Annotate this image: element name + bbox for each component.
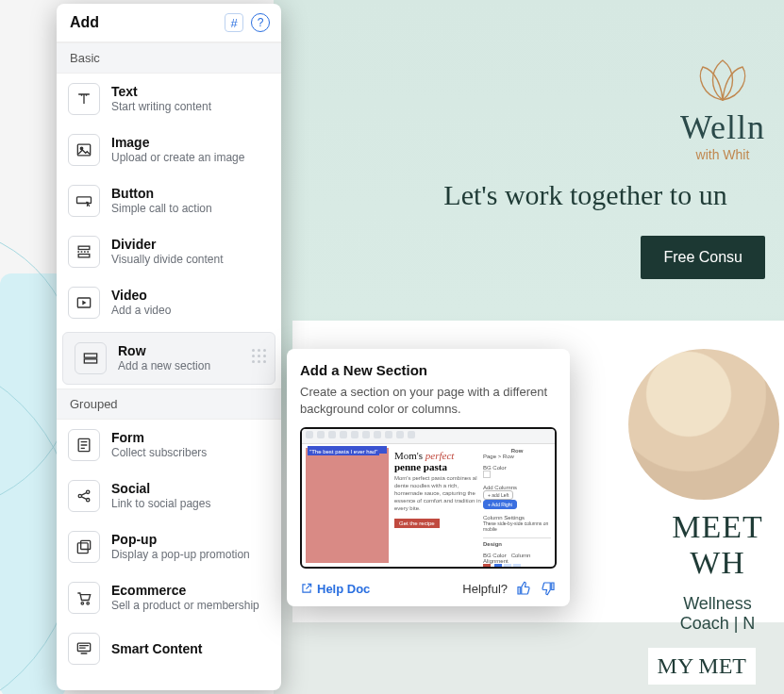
popover-body: Create a section on your page with a dif… bbox=[300, 384, 557, 418]
block-social[interactable]: SocialLink to social pages bbox=[57, 471, 281, 521]
svg-rect-6 bbox=[84, 354, 96, 357]
svg-point-11 bbox=[87, 499, 90, 502]
preview-right-panel: Row Page > Row BG Color Add Columns + ad… bbox=[483, 448, 551, 569]
external-link-icon bbox=[300, 582, 313, 595]
preview-middle-col: Mom's perfect penne pasta Mom's perfect … bbox=[394, 450, 483, 529]
preview-add-right-pill: + Add Right bbox=[483, 500, 517, 509]
drag-handle-icon[interactable] bbox=[252, 349, 265, 368]
help-doc-link[interactable]: Help Doc bbox=[300, 582, 370, 596]
thumbs-down-icon[interactable] bbox=[540, 580, 557, 597]
block-title: Text bbox=[111, 84, 211, 100]
popup-icon bbox=[68, 531, 100, 563]
meet-heading: MEET WH bbox=[670, 509, 765, 581]
preview-mid-btn: Get the recipe bbox=[394, 519, 440, 528]
block-divider[interactable]: DividerVisually divide content bbox=[57, 226, 281, 277]
row-icon bbox=[75, 342, 107, 374]
helpful-label: Helpful? bbox=[462, 582, 508, 596]
preview-toolbar bbox=[302, 429, 555, 444]
block-popup[interactable]: Pop-upDisplay a pop-up promotion bbox=[57, 521, 281, 572]
block-row[interactable]: RowAdd a new section bbox=[62, 332, 275, 385]
preview-left-col bbox=[306, 448, 389, 563]
svg-rect-12 bbox=[77, 543, 88, 554]
block-title: Ecommerce bbox=[111, 583, 259, 599]
block-desc: Upload or create an image bbox=[111, 151, 244, 166]
block-desc: Simple call to action bbox=[111, 202, 212, 217]
svg-rect-3 bbox=[78, 246, 90, 249]
help-doc-label: Help Doc bbox=[317, 582, 370, 596]
panel-scroll[interactable]: Basic TextStart writing content ImageUpl… bbox=[57, 42, 281, 690]
panel-header: Add # ? bbox=[57, 4, 281, 42]
svg-rect-4 bbox=[78, 255, 90, 257]
block-title: Row bbox=[118, 343, 210, 359]
svg-rect-16 bbox=[77, 643, 90, 651]
role-subtitle: Wellness Coach | N bbox=[670, 594, 765, 634]
row-help-popover: Add a New Section Create a section on yo… bbox=[287, 349, 570, 606]
block-desc: Add a video bbox=[111, 304, 171, 319]
hero-section: Welln with Whit Let's work together to u… bbox=[274, 0, 784, 321]
preview-mid-body: Mom's perfect pasta combines al dente no… bbox=[394, 475, 483, 512]
hash-icon[interactable]: # bbox=[225, 13, 243, 32]
smart-content-icon bbox=[68, 633, 100, 665]
svg-point-9 bbox=[78, 494, 81, 497]
block-desc: Sell a product or membership bbox=[111, 599, 259, 614]
block-form[interactable]: FormCollect subscribers bbox=[57, 420, 281, 471]
panel-title: Add bbox=[70, 14, 225, 31]
button-icon bbox=[68, 185, 100, 217]
block-ecommerce[interactable]: EcommerceSell a product or membership bbox=[57, 572, 281, 623]
cta-button[interactable]: Free Consu bbox=[641, 236, 765, 279]
svg-rect-7 bbox=[84, 359, 96, 363]
popover-title: Add a New Section bbox=[300, 362, 557, 378]
video-icon bbox=[68, 287, 100, 319]
preview-right-design-label: Design bbox=[483, 541, 502, 547]
preview-mid-sub: penne pasta bbox=[394, 461, 483, 472]
add-panel: Add # ? Basic TextStart writing content … bbox=[57, 4, 281, 690]
svg-rect-13 bbox=[81, 540, 91, 549]
group-basic: Basic bbox=[57, 42, 281, 74]
group-grouped: Grouped bbox=[57, 388, 281, 420]
image-icon bbox=[68, 134, 100, 166]
text-icon bbox=[68, 83, 100, 115]
block-title: Pop-up bbox=[111, 532, 250, 548]
site-logo: Welln with Whit bbox=[680, 57, 765, 162]
block-desc: Display a pop-up promotion bbox=[111, 548, 250, 563]
svg-point-14 bbox=[81, 603, 84, 605]
block-video[interactable]: VideoAdd a video bbox=[57, 277, 281, 328]
block-title: Smart Content bbox=[111, 641, 202, 657]
block-desc: Visually divide content bbox=[111, 253, 224, 268]
svg-rect-0 bbox=[77, 144, 90, 156]
block-title: Form bbox=[111, 430, 207, 446]
svg-point-10 bbox=[87, 490, 90, 493]
svg-point-15 bbox=[87, 603, 90, 605]
preview-add-left-pill: + add Left bbox=[483, 490, 513, 500]
block-title: Button bbox=[111, 186, 212, 202]
helpful-group: Helpful? bbox=[462, 580, 557, 597]
preview-right-note: These side-by-side columns on mobile bbox=[483, 520, 548, 532]
my-method-heading: MY MET bbox=[648, 648, 756, 685]
svg-rect-2 bbox=[77, 197, 92, 204]
popover-footer: Help Doc Helpful? bbox=[300, 580, 557, 597]
block-text[interactable]: TextStart writing content bbox=[57, 74, 281, 124]
block-image[interactable]: ImageUpload or create an image bbox=[57, 124, 281, 175]
block-desc: Collect subscribers bbox=[111, 446, 207, 461]
hero-headline: Let's work together to un bbox=[274, 179, 784, 211]
block-button[interactable]: ButtonSimple call to action bbox=[57, 175, 281, 226]
block-title: Video bbox=[111, 288, 171, 304]
block-title: Social bbox=[111, 481, 210, 497]
preview-right-breadcrumb: Page > Row bbox=[483, 454, 551, 459]
form-icon bbox=[68, 429, 100, 461]
block-desc: Start writing content bbox=[111, 100, 211, 115]
cart-icon bbox=[68, 582, 100, 614]
thumbs-up-icon[interactable] bbox=[515, 580, 532, 597]
help-icon[interactable]: ? bbox=[251, 13, 270, 32]
block-desc: Add a new section bbox=[118, 359, 210, 374]
logo-text: Welln bbox=[680, 107, 765, 147]
block-title: Divider bbox=[111, 237, 224, 253]
preview-caption: "The best pasta I ever had" bbox=[308, 448, 379, 455]
preview-mid-title-a: Mom's bbox=[394, 450, 425, 461]
logo-subtitle: with Whit bbox=[680, 147, 765, 162]
block-smart-content[interactable]: Smart Content bbox=[57, 623, 281, 674]
popover-preview: "The best pasta I ever had" Mom's perfec… bbox=[300, 427, 557, 569]
social-icon bbox=[68, 480, 100, 512]
block-title: Image bbox=[111, 135, 244, 151]
block-desc: Link to social pages bbox=[111, 497, 210, 512]
